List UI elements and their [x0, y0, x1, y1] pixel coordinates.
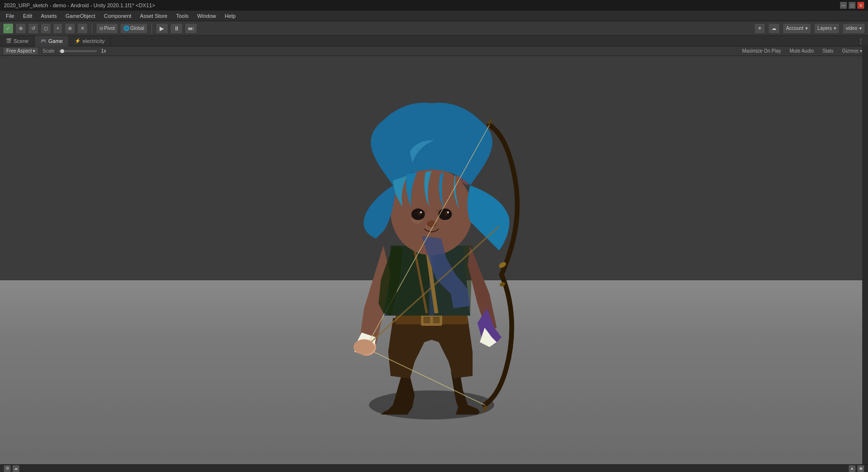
menu-file[interactable]: File: [2, 12, 18, 20]
viewport: [0, 56, 863, 464]
scale-slider[interactable]: [58, 50, 97, 52]
scene-icon: 🎬: [6, 38, 12, 43]
tool-rotate[interactable]: ↺: [28, 23, 39, 34]
menu-gameobject[interactable]: GameObject: [62, 12, 99, 20]
global-button[interactable]: 🌐 Global: [120, 23, 148, 34]
scale-slider-thumb: [60, 49, 64, 53]
svg-point-21: [427, 221, 436, 227]
tool-transform[interactable]: ⊗: [65, 23, 75, 34]
toolbar: ✓ ⊕ ↺ ◻ + ⊗ ✕ ⊙ Pivot 🌐 Global ▶ ⏸ ⏭ ☀ ☁…: [0, 21, 868, 36]
account-dropdown[interactable]: Account ▾: [783, 23, 811, 34]
minimize-button[interactable]: ─: [840, 2, 847, 9]
status-icon-settings[interactable]: ⚙: [4, 465, 11, 472]
scale-value: 1x: [101, 48, 106, 54]
status-bar: ⚙ ☁ ▲ ◉: [0, 464, 868, 472]
window-title: 2020_URP_sketch - demo - Android - Unity…: [4, 2, 840, 8]
menu-help[interactable]: Help: [221, 12, 240, 20]
status-icon-record[interactable]: ◉: [857, 465, 864, 472]
tab-game[interactable]: 🎮 Game: [35, 36, 69, 46]
tool-select[interactable]: ✓: [3, 23, 14, 34]
play-button[interactable]: ▶: [156, 23, 168, 34]
svg-rect-4: [430, 315, 433, 325]
step-button[interactable]: ⏭: [185, 23, 197, 34]
title-bar: 2020_URP_sketch - demo - Android - Unity…: [0, 0, 868, 11]
tool-scale[interactable]: ◻: [41, 23, 51, 34]
right-edge-panel: [862, 45, 868, 464]
collab-button[interactable]: ☀: [754, 23, 765, 34]
pivot-button[interactable]: ⊙ Pivot: [96, 23, 118, 34]
menu-edit[interactable]: Edit: [19, 12, 36, 20]
status-icon-cloud[interactable]: ☁: [13, 465, 19, 472]
menu-assets[interactable]: Assets: [37, 12, 61, 20]
svg-point-27: [353, 339, 375, 355]
svg-point-0: [369, 390, 494, 419]
layers-dropdown[interactable]: Layers ▾: [814, 23, 840, 34]
separator-2: [151, 24, 152, 33]
character-container: [287, 91, 576, 429]
tab-bar: 🎬 Scene 🎮 Game ⚡ electricity ⋮: [0, 36, 868, 46]
tab-scene[interactable]: 🎬 Scene: [0, 36, 35, 46]
global-icon: 🌐: [123, 26, 129, 31]
window-controls: ─ □ ✕: [840, 2, 864, 9]
gizmos-button[interactable]: Gizmos ▾: [839, 47, 865, 55]
game-icon: 🎮: [41, 38, 46, 43]
electricity-icon: ⚡: [75, 38, 81, 43]
stats-button[interactable]: Stats: [820, 47, 837, 55]
status-icon-warning[interactable]: ▲: [849, 465, 855, 472]
pivot-icon: ⊙: [99, 26, 103, 31]
scale-label: Scale: [42, 48, 54, 54]
secondary-right-buttons: Maximize On Play Mute Audio Stats Gizmos…: [739, 47, 865, 55]
tab-electricity[interactable]: ⚡ electricity: [69, 36, 111, 46]
menu-component[interactable]: Component: [100, 12, 135, 20]
chevron-down-icon: ▾: [805, 26, 808, 31]
svg-point-19: [420, 211, 422, 213]
mute-audio-button[interactable]: Mute Audio: [787, 47, 816, 55]
video-dropdown[interactable]: video ▾: [842, 23, 865, 34]
playback-controls: ▶ ⏸ ⏭: [156, 23, 197, 34]
right-toolbar: ☀ ☁ Account ▾ Layers ▾ video ▾: [754, 23, 865, 34]
tab-more-button[interactable]: ⋮: [854, 37, 868, 45]
secondary-toolbar: Free Aspect ▾ Scale 1x Maximize On Play …: [0, 46, 868, 56]
tool-rect[interactable]: +: [53, 23, 63, 34]
maximize-button[interactable]: □: [849, 2, 855, 9]
cloud-icon: ☁: [772, 26, 776, 31]
menu-tools[interactable]: Tools: [172, 12, 192, 20]
tool-custom[interactable]: ✕: [77, 23, 88, 34]
svg-point-20: [447, 211, 449, 213]
close-button[interactable]: ✕: [857, 2, 864, 9]
aspect-ratio-dropdown[interactable]: Free Aspect ▾: [3, 47, 39, 55]
cloud-button[interactable]: ☁: [768, 23, 780, 34]
chevron-down-icon-aspect: ▾: [33, 48, 35, 54]
chevron-down-icon-2: ▾: [834, 26, 836, 31]
maximize-on-play-button[interactable]: Maximize On Play: [739, 47, 784, 55]
separator-1: [92, 24, 92, 33]
chevron-down-icon-3: ▾: [859, 26, 862, 31]
character-svg: [287, 91, 576, 429]
menu-bar: File Edit Assets GameObject Component As…: [0, 11, 868, 21]
collab-icon: ☀: [758, 26, 762, 31]
menu-asset-store[interactable]: Asset Store: [136, 12, 171, 20]
menu-window[interactable]: Window: [193, 12, 220, 20]
tool-move[interactable]: ⊕: [15, 23, 26, 34]
pause-button[interactable]: ⏸: [170, 23, 183, 34]
